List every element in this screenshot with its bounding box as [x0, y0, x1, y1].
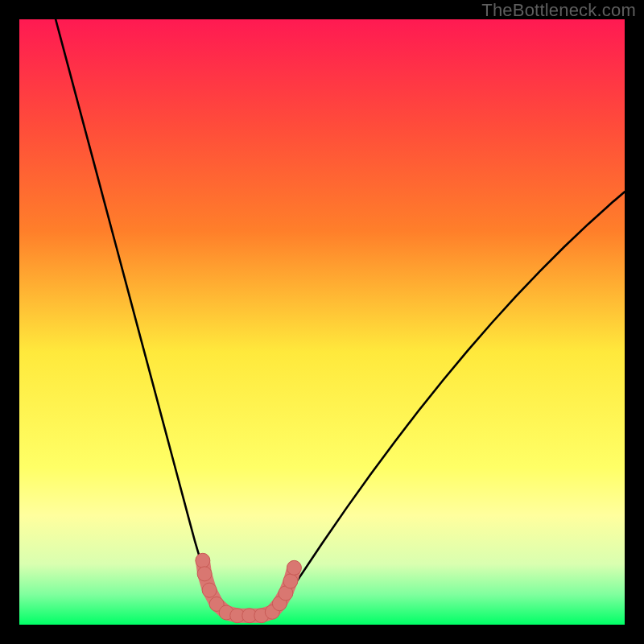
valley-bead: [196, 553, 210, 568]
valley-bead: [287, 560, 301, 575]
attribution-label: TheBottleneck.com: [481, 0, 636, 21]
plot-area: [19, 19, 625, 625]
valley-bead: [202, 583, 217, 597]
bottleneck-curve-chart: [19, 19, 625, 625]
chart-frame: TheBottleneck.com: [0, 0, 644, 644]
valley-bead: [283, 574, 298, 588]
gradient-background: [19, 19, 625, 625]
valley-bead: [197, 567, 212, 581]
